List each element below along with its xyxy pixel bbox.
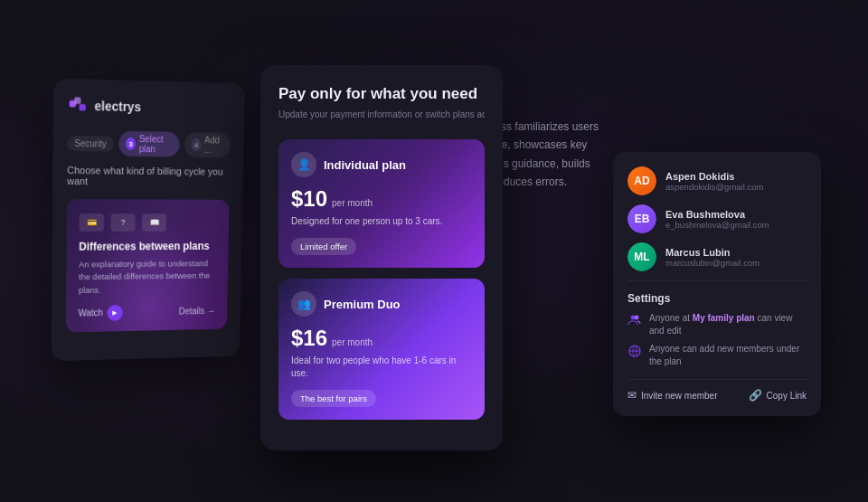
scene: Onboarding process familiarizes users wi… — [0, 0, 868, 502]
settings-text-2: Anyone can add new members under the pla… — [649, 343, 807, 368]
add-step: 4 Add ... — [184, 132, 231, 157]
member-name-marcus: Marcus Lubin — [665, 247, 760, 258]
onboarding-card: electrys Security 3 Select plan 4 Add ..… — [52, 79, 245, 361]
step3-label: Select plan — [139, 134, 174, 154]
member-email-aspen: aspendokidis@gmail.com — [665, 182, 763, 192]
avatar-marcus-inner: ML — [627, 242, 656, 271]
individual-plan-card[interactable]: 👤 Individual plan $10 per month Designed… — [278, 139, 485, 268]
settings-section: Settings Anyone at My family plan can vi… — [627, 280, 807, 368]
svg-point-4 — [635, 316, 639, 320]
premium-period: per month — [332, 337, 373, 347]
member-info-aspen: Aspen Dokidis aspendokidis@gmail.com — [665, 171, 763, 192]
invite-button[interactable]: ✉ Invite new member — [627, 389, 717, 402]
avatar-eva: EB — [627, 204, 656, 233]
individual-badge: Limited offer — [291, 238, 356, 255]
security-step: Security — [67, 135, 113, 151]
watch-button[interactable]: Watch ▶ — [79, 305, 123, 321]
copy-label: Copy Link — [767, 391, 807, 401]
preview-description: An explanatory guide to understand the d… — [79, 258, 217, 297]
premium-badge: The best for pairs — [291, 390, 376, 407]
copy-link-button[interactable]: 🔗 Copy Link — [749, 389, 807, 402]
member-info-eva: Eva Bushmelova e_bushmelova@gmail.com — [665, 209, 769, 230]
watch-label: Watch — [79, 308, 103, 318]
sharing-card: AD Aspen Dokidis aspendokidis@gmail.com … — [613, 152, 821, 416]
logo-text: electrys — [94, 99, 141, 114]
individual-description: Designed for one person up to 3 cars. — [291, 215, 472, 228]
svg-rect-2 — [74, 97, 80, 104]
billing-label: Choose what kind of billing cycle you wa… — [67, 165, 230, 187]
member-email-marcus: marcuslubin@gmail.com — [665, 258, 760, 268]
plan-actions: Watch ▶ Details → — [79, 303, 216, 321]
individual-period: per month — [332, 198, 373, 208]
select-plan-step[interactable]: 3 Select plan — [118, 131, 180, 157]
plan-icons-row: 💳 ? 📖 — [79, 213, 217, 232]
individual-plan-avatar: 👤 — [291, 152, 316, 177]
member-row-eva: EB Eva Bushmelova e_bushmelova@gmail.com — [627, 204, 807, 233]
plans-card: Pay only for what you need Update your p… — [260, 65, 503, 450]
individual-plan-name: Individual plan — [324, 158, 406, 172]
premium-plan-name: Premium Duo — [324, 298, 401, 311]
play-icon: ▶ — [107, 305, 122, 321]
step3-num: 3 — [126, 137, 136, 150]
premium-plan-header: 👥 Premium Duo — [291, 291, 472, 317]
avatar-marcus: ML — [627, 242, 656, 271]
plan-preview-card: 💳 ? 📖 Differences between plans An expla… — [66, 199, 230, 332]
book-icon: 📖 — [142, 213, 166, 232]
premium-price: $16 — [291, 326, 327, 351]
globe-icon — [627, 344, 642, 358]
stepper-row: Security 3 Select plan 4 Add ... — [67, 130, 231, 157]
details-label: Details — [179, 307, 205, 317]
card-footer: ✉ Invite new member 🔗 Copy Link — [627, 379, 807, 402]
settings-item-1: Anyone at My family plan can view and ed… — [627, 312, 807, 337]
individual-price-row: $10 per month — [291, 186, 472, 212]
member-info-marcus: Marcus Lubin marcuslubin@gmail.com — [665, 247, 760, 268]
individual-price: $10 — [291, 186, 327, 212]
member-name-eva: Eva Bushmelova — [665, 209, 769, 220]
premium-description: Ideal for two people who have 1-6 cars i… — [291, 355, 472, 380]
avatar-eva-inner: EB — [627, 204, 656, 233]
avatar-aspen: AD — [627, 166, 656, 195]
logo-row: electrys — [68, 95, 231, 118]
member-email-eva: e_bushmelova@gmail.com — [665, 220, 769, 230]
step4-label: Add ... — [204, 135, 224, 155]
premium-plan-card[interactable]: 👥 Premium Duo $16 per month Ideal for tw… — [278, 279, 485, 420]
step4-num: 4 — [192, 138, 202, 151]
member-name-aspen: Aspen Dokidis — [665, 171, 763, 182]
member-row-marcus: ML Marcus Lubin marcuslubin@gmail.com — [627, 242, 807, 271]
settings-item-2: Anyone can add new members under the pla… — [627, 343, 807, 368]
arrow-icon: → — [207, 306, 215, 316]
premium-price-row: $16 per month — [291, 326, 472, 351]
member-row-aspen: AD Aspen Dokidis aspendokidis@gmail.com — [627, 166, 807, 195]
invite-label: Invite new member — [641, 391, 717, 401]
settings-title: Settings — [627, 292, 807, 305]
card-icon: 💳 — [79, 213, 104, 232]
individual-plan-header: 👤 Individual plan — [291, 152, 472, 177]
premium-plan-avatar: 👥 — [291, 291, 316, 317]
question-icon: ? — [110, 213, 135, 232]
invite-icon: ✉ — [627, 389, 637, 402]
avatar-aspen-inner: AD — [627, 166, 656, 195]
svg-rect-1 — [80, 104, 86, 111]
page-subtitle: Update your payment information or switc… — [278, 108, 485, 121]
settings-text-1: Anyone at My family plan can view and ed… — [649, 312, 807, 337]
people-icon — [627, 313, 642, 327]
preview-title: Differences between plans — [79, 240, 217, 252]
details-link[interactable]: Details → — [179, 306, 216, 316]
logo-icon — [68, 95, 88, 116]
link-icon: 🔗 — [749, 389, 762, 402]
security-label: Security — [74, 137, 107, 148]
page-title: Pay only for what you need — [278, 85, 485, 103]
